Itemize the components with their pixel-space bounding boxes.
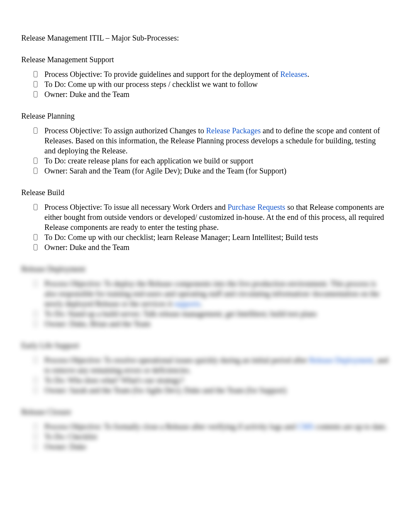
section-heading-planning: Release Planning (21, 111, 389, 121)
section-heading-build: Release Build (21, 187, 389, 197)
objective-pre: Process Objective: To formally close a R… (44, 422, 297, 431)
section-heading-deployment: Release Deployment (21, 264, 389, 274)
list-item: Process Objective: To deploy the Release… (34, 279, 389, 309)
releases-link[interactable]: Releases (280, 70, 307, 78)
list-item: Owner: Duke (34, 442, 389, 452)
list-item: Owner: Duke and the Team (34, 242, 389, 252)
objective-pre: Process Objective: To deploy the Release… (44, 279, 380, 308)
supports-link[interactable]: supports (174, 299, 200, 308)
blurred-content: Release Deployment Process Objective: To… (21, 264, 389, 452)
list-build: Process Objective: To issue all necessar… (21, 202, 389, 252)
objective-pre: Process Objective: To provide guidelines… (44, 70, 280, 78)
list-item: Owner: Sarah and the Team (for Agile Dev… (34, 385, 389, 395)
list-item: Owner: Sarah and the Team (for Agile Dev… (34, 166, 389, 176)
list-item: Owner: Duke, Brian and the Team (34, 319, 389, 329)
list-item: Process Objective: To assign authorized … (34, 126, 389, 156)
list-deployment: Process Objective: To deploy the Release… (21, 279, 389, 329)
objective-post: . (200, 299, 202, 308)
release-deployment-link[interactable]: Release Deployment (309, 356, 373, 364)
list-item: Process Objective: To issue all necessar… (34, 202, 389, 232)
list-item: To Do: create release plans for each app… (34, 156, 389, 166)
cms-link[interactable]: CMS (297, 422, 313, 431)
list-early-life: Process Objective: To resolve operationa… (21, 355, 389, 395)
objective-post: . (307, 70, 309, 78)
list-item: To Do: Stand up a build server; Talk rel… (34, 309, 389, 319)
section-heading-early-life: Early Life Support (21, 340, 389, 350)
objective-pre: Process Objective: To resolve operationa… (44, 356, 309, 364)
list-item: Process Objective: To resolve operationa… (34, 355, 389, 375)
list-item: Process Objective: To formally close a R… (34, 422, 389, 432)
list-item: To Do: Who does what? What's our strateg… (34, 375, 389, 385)
list-item: To Do: Come up with our checklist; learn… (34, 232, 389, 242)
release-packages-link[interactable]: Release Packages (206, 126, 261, 135)
list-item: To Do: Checklist (34, 432, 389, 442)
purchase-requests-link[interactable]: Purchase Requests (227, 203, 285, 211)
list-item: To Do: Come up with our process steps / … (34, 79, 389, 89)
list-item: Owner: Duke and the Team (34, 89, 389, 99)
objective-post: contents are up to date. (314, 422, 387, 431)
list-item: Process Objective: To provide guidelines… (34, 69, 389, 79)
page-title: Release Management ITIL – Major Sub-Proc… (21, 33, 389, 43)
list-closure: Process Objective: To formally close a R… (21, 422, 389, 452)
list-support: Process Objective: To provide guidelines… (21, 69, 389, 99)
section-heading-closure: Release Closure (21, 407, 389, 417)
section-heading-support: Release Management Support (21, 54, 389, 65)
objective-pre: Process Objective: To issue all necessar… (44, 203, 227, 211)
list-planning: Process Objective: To assign authorized … (21, 126, 389, 176)
objective-pre: Process Objective: To assign authorized … (44, 126, 206, 135)
